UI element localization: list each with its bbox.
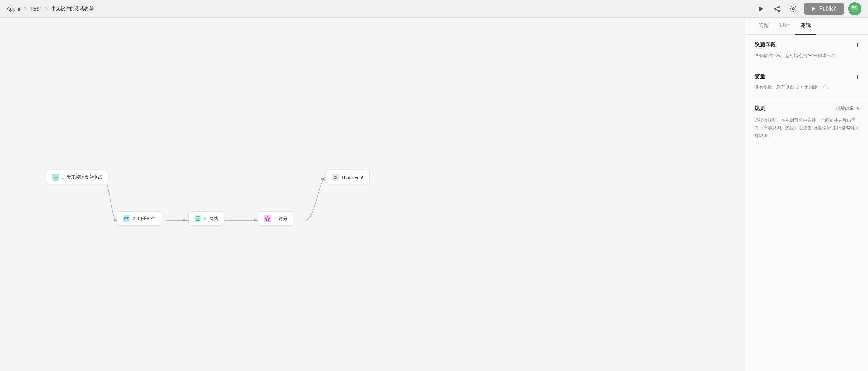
node3-label: 网站	[209, 215, 218, 222]
avatar[interactable]	[848, 2, 861, 15]
node1-label: 发现频道表单测试	[67, 174, 102, 180]
rules-section: 规则 批量编辑 还没有规则。在左侧预览中选择一个问题并在弹出窗口中添加规则。您也…	[746, 98, 868, 147]
svg-rect-25	[125, 217, 129, 220]
svg-point-14	[853, 6, 854, 7]
svg-point-6	[792, 8, 794, 10]
sep2: >	[45, 6, 48, 12]
right-panel: 问题 设计 逻辑 隐藏字段 + 没有隐藏字段。您可以点击"+"来创建一个。 变量…	[746, 18, 868, 371]
svg-point-16	[853, 10, 856, 11]
svg-point-15	[856, 6, 857, 7]
tab-logic[interactable]: 逻辑	[795, 18, 816, 35]
sep1: >	[24, 6, 27, 12]
node1-num: 1	[62, 175, 64, 180]
node2-icon	[123, 215, 130, 222]
hidden-fields-header: 隐藏字段 +	[754, 41, 860, 49]
node4-icon	[264, 215, 271, 222]
node4-num: 4	[274, 216, 276, 221]
canvas-area[interactable]: ≡ 1 发现频道表单测试 2 电子邮件 3 网站	[0, 18, 746, 371]
app-header: Appinn > TEST > 小众软件的测试表单 Publish	[0, 0, 868, 18]
svg-marker-21	[183, 219, 188, 222]
main-layout: ≡ 1 发现频道表单测试 2 电子邮件 3 网站	[0, 18, 868, 371]
hidden-fields-section: 隐藏字段 + 没有隐藏字段。您可以点击"+"来创建一个。	[746, 35, 868, 66]
add-variable-button[interactable]: +	[855, 73, 860, 81]
hidden-fields-desc: 没有隐藏字段。您可以点击"+"来创建一个。	[754, 52, 860, 59]
svg-marker-27	[265, 217, 270, 221]
tab-bar: 问题 设计 逻辑	[746, 18, 868, 35]
svg-line-4	[775, 7, 779, 9]
node5-icon	[332, 174, 339, 181]
variables-header: 变量 +	[754, 73, 860, 81]
tab-questions[interactable]: 问题	[753, 18, 774, 35]
variables-section: 变量 + 没有变量。您可以点击"+"来创建一个。	[746, 66, 868, 98]
svg-line-5	[775, 9, 779, 11]
preview-button[interactable]	[755, 3, 767, 15]
settings-button[interactable]	[787, 3, 800, 15]
node2-num: 2	[133, 216, 135, 221]
rules-title: 规则	[754, 105, 765, 112]
publish-button[interactable]: Publish	[804, 3, 844, 15]
hidden-fields-title: 隐藏字段	[754, 42, 776, 49]
project-link[interactable]: TEST	[30, 6, 42, 12]
node3-num: 3	[204, 216, 206, 221]
flow-node-1[interactable]: ≡ 1 发现频道表单测试	[46, 170, 108, 184]
node5-label: Thank you!	[341, 175, 363, 180]
form-name: 小众软件的测试表单	[51, 6, 94, 12]
header-actions: Publish	[755, 2, 861, 15]
node4-label: 评分	[279, 215, 288, 222]
svg-marker-0	[759, 6, 763, 11]
flow-connections	[0, 18, 746, 371]
svg-marker-7	[812, 7, 816, 11]
flow-node-5[interactable]: Thank you!	[326, 170, 370, 184]
flow-node-2[interactable]: 2 电子邮件	[117, 211, 162, 226]
rules-header: 规则 批量编辑	[754, 105, 860, 112]
add-hidden-field-button[interactable]: +	[855, 41, 860, 49]
batch-edit-button[interactable]: 批量编辑	[836, 105, 860, 111]
brand-link[interactable]: Appinn	[7, 6, 22, 12]
variables-desc: 没有变量。您可以点击"+"来创建一个。	[754, 84, 860, 91]
flow-node-4[interactable]: 4 评分	[258, 211, 294, 226]
tab-design[interactable]: 设计	[774, 18, 795, 35]
variables-title: 变量	[754, 73, 765, 80]
node3-icon	[195, 215, 201, 222]
node2-label: 电子邮件	[138, 215, 156, 222]
node1-icon: ≡	[52, 174, 59, 181]
rules-desc: 还没有规则。在左侧预览中选择一个问题并在弹出窗口中添加规则。您也可以点击"批量编…	[754, 116, 860, 140]
breadcrumb: Appinn > TEST > 小众软件的测试表单	[7, 6, 94, 12]
share-button[interactable]	[771, 3, 783, 15]
flow-node-3[interactable]: 3 网站	[188, 211, 224, 226]
